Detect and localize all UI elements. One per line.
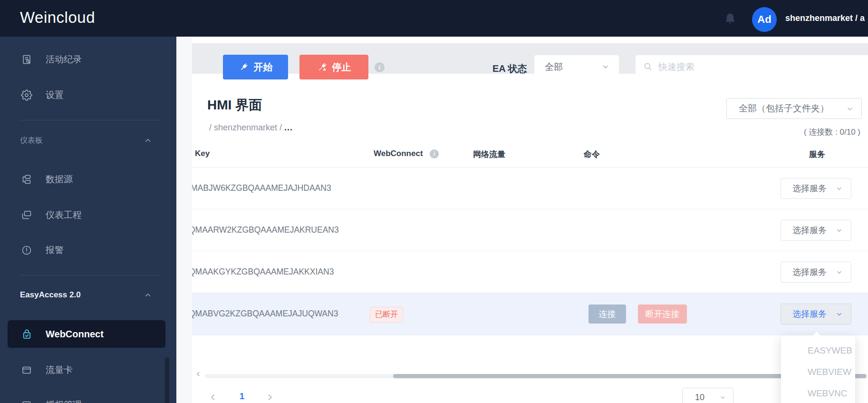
breadcrumb: / shenzhenmarket / ... — [209, 123, 293, 133]
sidebar-item-label: 设置 — [46, 83, 64, 107]
status-badge-disconnected: 已断开 — [370, 307, 403, 323]
ea-status-label: EA 状态 — [492, 62, 527, 75]
column-header-key: Key — [195, 149, 210, 158]
sidebar-section-dashboard[interactable]: 仪表板 — [20, 133, 163, 147]
data-source-icon — [21, 174, 32, 185]
chevron-up-icon — [144, 291, 152, 299]
sidebar-item-data-card[interactable]: 流量卡 — [0, 358, 176, 382]
ea-status-value: 全部 — [545, 55, 563, 79]
main-content: 开始 停止 i EA 状态 全部 HMI 界面 / shenzhenmarket… — [176, 37, 868, 403]
service-select-label: 选择服务 — [792, 178, 827, 198]
start-button-label: 开始 — [254, 61, 273, 74]
breadcrumb-more[interactable]: ... — [284, 123, 293, 132]
sidebar-section-easyaccess[interactable]: EasyAccess 2.0 — [20, 288, 163, 302]
service-select-button[interactable]: 选择服务 — [781, 262, 851, 283]
menu-item-easyweb[interactable]: EASYWEB — [781, 340, 855, 361]
license-management-icon — [21, 399, 32, 403]
service-select-button[interactable]: 选择服务 — [781, 178, 851, 199]
ea-status-select[interactable]: 全部 — [534, 55, 619, 79]
sidebar-divider — [20, 275, 161, 275]
user-avatar[interactable]: Ad — [752, 7, 777, 32]
sidebar-item-label: 数据源 — [46, 167, 73, 191]
sidebar-item-label: 授权管理 — [46, 398, 82, 403]
weincloud-logo: Weincloud — [20, 9, 95, 27]
disconnect-button[interactable]: 断开连接 — [638, 305, 687, 324]
column-header-webconnect: WebConnect — [374, 149, 423, 158]
connect-button[interactable]: 连接 — [588, 305, 626, 324]
chevron-down-icon — [846, 105, 854, 113]
chevron-down-icon — [836, 311, 843, 318]
gear-icon — [21, 89, 32, 101]
next-page-button[interactable] — [265, 392, 275, 403]
sidebar-item-activity-log[interactable]: 活动纪录 — [0, 48, 176, 71]
page-size-select[interactable]: 10 — [682, 388, 733, 403]
service-select-label: 选择服务 — [792, 304, 827, 324]
sidebar-item-settings[interactable]: 设置 — [0, 83, 176, 107]
chevron-down-icon — [836, 269, 843, 276]
row-divider — [192, 251, 868, 251]
sidebar-item-license-management[interactable]: 授权管理 — [0, 398, 176, 403]
dashboard-project-icon — [21, 209, 32, 221]
table-row-key: QMAAKGYKZGBQAAAMEJAKKXIAN3 — [192, 267, 477, 278]
plug-disconnected-icon — [317, 62, 328, 72]
sidebar-item-label: 流量卡 — [46, 358, 73, 382]
plug-connected-icon — [239, 62, 249, 72]
toolbar-info-icon[interactable]: i — [375, 62, 385, 72]
activity-log-icon — [21, 54, 32, 65]
sidebar-item-label: 活动纪录 — [46, 48, 82, 71]
stop-button[interactable]: 停止 — [299, 55, 368, 79]
sidebar-item-dashboard-project[interactable]: 仪表工程 — [0, 203, 176, 227]
service-select-button-open[interactable]: 选择服务 — [781, 304, 851, 324]
menu-item-webvnc[interactable]: WEBVNC — [781, 383, 855, 403]
page-size-value: 10 — [695, 388, 704, 403]
notification-bell-icon[interactable] — [723, 12, 737, 25]
sidebar-scrollbar[interactable] — [165, 357, 169, 403]
service-dropdown-menu: EASYWEB WEBVIEW WEBVNC — [781, 335, 855, 403]
sidebar-item-label: 仪表工程 — [46, 203, 82, 227]
column-header-service: 服务 — [809, 149, 825, 160]
webconnect-info-icon[interactable]: i — [430, 149, 439, 158]
webconnect-lock-icon — [21, 328, 33, 340]
service-select-button[interactable]: 选择服务 — [781, 220, 851, 241]
search-input[interactable] — [658, 55, 868, 79]
row-divider — [192, 293, 868, 293]
sidebar-item-label: WebConnect — [46, 320, 104, 348]
content-left-gutter — [176, 37, 192, 403]
search-icon — [643, 62, 653, 71]
sidebar-item-data-source[interactable]: 数据源 — [0, 167, 176, 191]
chevron-down-icon — [601, 63, 609, 71]
column-header-network-traffic: 网络流量 — [473, 149, 505, 160]
sidebar-item-alarm[interactable]: 报警 — [0, 238, 176, 262]
prev-page-button[interactable] — [208, 392, 218, 403]
quick-search — [636, 55, 868, 79]
page-number[interactable]: 1 — [236, 391, 248, 402]
start-button[interactable]: 开始 — [223, 55, 288, 79]
data-card-icon — [21, 364, 32, 376]
scroll-left-icon[interactable] — [194, 370, 202, 378]
table-row-key: QMAARW2KZGBQAAAMEJAKRUEAN3 — [192, 225, 477, 236]
table-row-key: MABJW6KZGBQAAAMEJAJHDAAN3 — [192, 183, 477, 195]
menu-item-webview[interactable]: WEBVIEW — [781, 361, 855, 383]
sidebar-divider — [20, 120, 161, 120]
page-title: HMI 界面 — [207, 96, 262, 114]
chevron-down-icon — [719, 394, 726, 401]
stop-button-label: 停止 — [332, 61, 351, 74]
sidebar-item-webconnect[interactable]: WebConnect — [8, 320, 165, 348]
chevron-up-icon — [144, 136, 152, 145]
chevron-down-icon — [836, 185, 843, 192]
table-row-key: QMABVG2KZGBQAAAMEJAJUQWAN3 — [192, 309, 363, 320]
menu-caret — [812, 332, 821, 336]
folder-filter-select[interactable]: 全部（包括子文件夹） — [726, 98, 862, 119]
column-header-command: 命令 — [584, 149, 600, 160]
section-title: 仪表板 — [20, 136, 43, 144]
sidebar: 活动纪录 设置 仪表板 数据源 仪表工程 — [0, 37, 176, 403]
service-select-label: 选择服务 — [792, 220, 827, 240]
section-title: EasyAccess 2.0 — [20, 290, 81, 299]
header-bar: Weincloud Ad shenzhenmarket / a — [0, 0, 868, 37]
row-divider — [192, 335, 868, 335]
connection-count: ( 连接数 : 0/10 ) — [804, 127, 860, 138]
sidebar-item-label: 报警 — [46, 238, 64, 262]
app-root: Weincloud Ad shenzhenmarket / a 活动纪录 设置 … — [0, 0, 868, 403]
chevron-down-icon — [836, 227, 843, 234]
account-name[interactable]: shenzhenmarket / a — [785, 0, 868, 37]
